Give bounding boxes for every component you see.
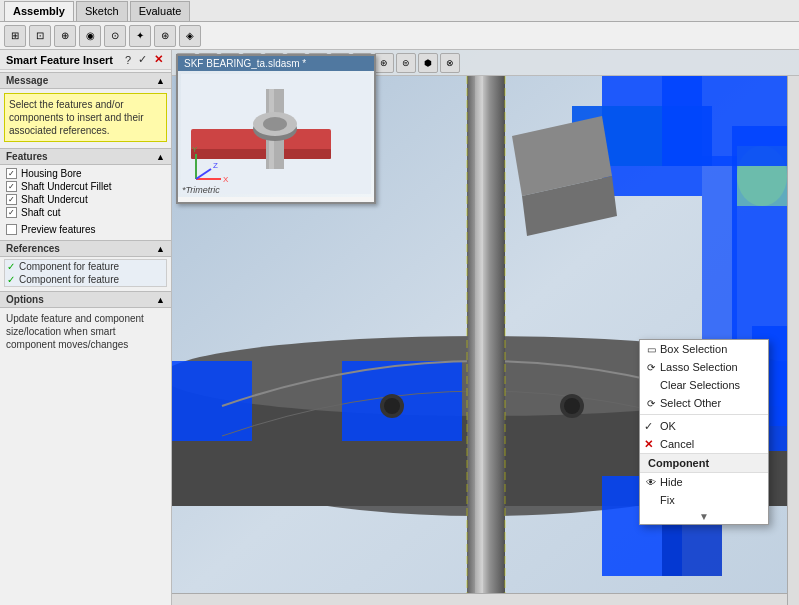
references-section-bar[interactable]: References ▲ (0, 240, 171, 257)
ctx-box-selection[interactable]: ▭ Box Selection (640, 340, 768, 358)
main-toolbar: ⊞ ⊡ ⊕ ◉ ⊙ ✦ ⊛ ◈ (0, 22, 799, 50)
vt-icon-11[interactable]: ⊜ (396, 53, 416, 73)
options-section-label: Options (6, 294, 44, 305)
ctx-select-other-label: Select Other (660, 397, 721, 409)
ctx-cancel[interactable]: ✕ Cancel (640, 435, 768, 453)
preview-checkbox[interactable] (6, 224, 17, 235)
preview-view-label: *Trimetric (182, 185, 220, 195)
svg-point-22 (384, 398, 400, 414)
ctx-lasso-selection[interactable]: ⟳ Lasso Selection (640, 358, 768, 376)
ctx-hide[interactable]: 👁 Hide (640, 473, 768, 491)
ctx-clear-label: Clear Selections (660, 379, 740, 391)
toolbar-icon-4[interactable]: ◉ (79, 25, 101, 47)
feature-label-4: Shaft cut (21, 207, 60, 218)
viewport[interactable]: ⊞ ⊡ △ ⊕ ◉ ⊙ ◈ ⬡ ★ ⊛ ⊜ ⬢ ⊗ (172, 50, 799, 605)
feature-checkbox-3[interactable] (6, 194, 17, 205)
features-chevron: ▲ (156, 152, 165, 162)
references-section-label: References (6, 243, 60, 254)
options-section-bar[interactable]: Options ▲ (0, 291, 171, 308)
message-section-label: Message (6, 75, 48, 86)
options-text: Update feature and component size/locati… (0, 308, 171, 355)
sfi-actions: ? ✓ ✕ (123, 53, 165, 66)
sfi-header: Smart Feature Insert ? ✓ ✕ (0, 50, 171, 70)
svg-point-32 (263, 117, 287, 131)
cancel-x-icon: ✕ (644, 438, 653, 451)
ref-check-1: ✓ (7, 261, 15, 272)
message-box: Select the features and/or components to… (4, 93, 167, 142)
svg-rect-18 (662, 76, 799, 166)
toolbar-icon-7[interactable]: ⊛ (154, 25, 176, 47)
ctx-box-selection-label: Box Selection (660, 343, 727, 355)
sfi-title: Smart Feature Insert (6, 54, 113, 66)
toolbar-icon-3[interactable]: ⊕ (54, 25, 76, 47)
hide-icon: 👁 (644, 475, 658, 489)
viewport-scrollbar-vertical[interactable] (787, 76, 799, 605)
select-other-icon: ⟳ (644, 396, 658, 410)
options-chevron: ▲ (156, 295, 165, 305)
svg-rect-9 (702, 156, 737, 356)
references-list: ✓ Component for feature ✓ Component for … (4, 259, 167, 287)
ctx-hide-label: Hide (660, 476, 683, 488)
left-panel: Smart Feature Insert ? ✓ ✕ Message ▲ Sel… (0, 50, 172, 605)
ref-check-2: ✓ (7, 274, 15, 285)
svg-point-24 (564, 398, 580, 414)
vt-icon-12[interactable]: ⬢ (418, 53, 438, 73)
ctx-ok[interactable]: ✓ OK (640, 417, 768, 435)
context-menu: ▭ Box Selection ⟳ Lasso Selection Clear … (639, 339, 769, 525)
features-list-inner: Housing Bore Shaft Undercut Fillet Shaft… (0, 165, 171, 221)
toolbar-icon-5[interactable]: ⊙ (104, 25, 126, 47)
vt-icon-10[interactable]: ⊛ (374, 53, 394, 73)
tab-evaluate[interactable]: Evaluate (130, 1, 191, 21)
ctx-bottom-arrow: ▼ (640, 509, 768, 524)
ctx-ok-label: OK (660, 420, 676, 432)
message-chevron: ▲ (156, 76, 165, 86)
svg-text:Y: Y (192, 145, 198, 154)
svg-rect-13 (475, 76, 483, 605)
preview-window: SKF BEARING_ta.sldasm * (176, 54, 376, 204)
ctx-separator-1 (640, 414, 768, 415)
message-section-bar[interactable]: Message ▲ (0, 72, 171, 89)
tab-sketch[interactable]: Sketch (76, 1, 128, 21)
ok-check-icon: ✓ (644, 420, 653, 433)
feature-checkbox-4[interactable] (6, 207, 17, 218)
ref-item-2[interactable]: ✓ Component for feature (5, 273, 166, 286)
features-section-bar[interactable]: Features ▲ (0, 148, 171, 165)
feature-item-3[interactable]: Shaft Undercut (4, 193, 167, 206)
toolbar-icon-2[interactable]: ⊡ (29, 25, 51, 47)
toolbar-icon-6[interactable]: ✦ (129, 25, 151, 47)
ref-label-2: Component for feature (19, 274, 119, 285)
ctx-clear-selections[interactable]: Clear Selections (640, 376, 768, 394)
feature-checkbox-2[interactable] (6, 181, 17, 192)
ctx-fix-label: Fix (660, 494, 675, 506)
preview-features-row[interactable]: Preview features (0, 221, 171, 238)
svg-rect-12 (467, 76, 505, 605)
vt-icon-13[interactable]: ⊗ (440, 53, 460, 73)
feature-checkbox-1[interactable] (6, 168, 17, 179)
lasso-icon: ⟳ (644, 360, 658, 374)
help-button[interactable]: ? (123, 54, 133, 66)
svg-text:X: X (223, 175, 229, 184)
viewport-scrollbar-horizontal[interactable] (172, 593, 787, 605)
ctx-component-header: Component (640, 453, 768, 473)
toolbar-icon-1[interactable]: ⊞ (4, 25, 26, 47)
references-chevron: ▲ (156, 244, 165, 254)
feature-item-2[interactable]: Shaft Undercut Fillet (4, 180, 167, 193)
feature-label-3: Shaft Undercut (21, 194, 88, 205)
ctx-fix[interactable]: Fix (640, 491, 768, 509)
ctx-lasso-label: Lasso Selection (660, 361, 738, 373)
tab-assembly[interactable]: Assembly (4, 1, 74, 21)
feature-label-2: Shaft Undercut Fillet (21, 181, 112, 192)
preview-title: SKF BEARING_ta.sldasm * (178, 56, 374, 71)
preview-label: Preview features (21, 224, 95, 235)
features-section-label: Features (6, 151, 48, 162)
toolbar-icon-8[interactable]: ◈ (179, 25, 201, 47)
ok-check-button[interactable]: ✓ (136, 53, 149, 66)
feature-item-1[interactable]: Housing Bore (4, 167, 167, 180)
ref-label-1: Component for feature (19, 261, 119, 272)
feature-label-1: Housing Bore (21, 168, 82, 179)
ctx-select-other[interactable]: ⟳ Select Other (640, 394, 768, 412)
preview-bearing-svg: X Y Z (181, 74, 371, 194)
ref-item-1[interactable]: ✓ Component for feature (5, 260, 166, 273)
feature-item-4[interactable]: Shaft cut (4, 206, 167, 219)
close-button[interactable]: ✕ (152, 53, 165, 66)
